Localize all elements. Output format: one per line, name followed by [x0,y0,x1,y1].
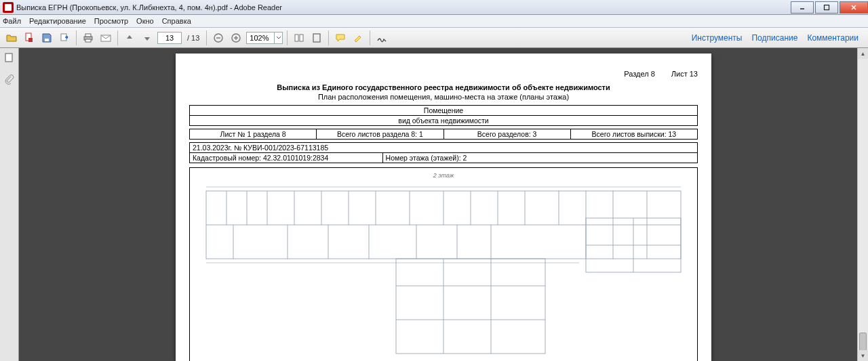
chevron-down-icon [274,33,282,43]
svg-rect-17 [300,35,303,41]
sign-tool-icon[interactable] [374,30,389,45]
svg-rect-9 [85,39,91,42]
menu-window[interactable]: Окно [136,17,154,25]
menu-file[interactable]: Файл [3,17,21,25]
left-sidebar [0,48,19,361]
zoom-out-icon[interactable] [211,30,226,45]
doc-section: Раздел 8 [624,70,655,78]
date-reg: 21.03.2023г. № КУВИ-001/2023-67113185 [190,143,698,153]
floor-plan-drawing [199,177,688,361]
doc-reg-table: 21.03.2023г. № КУВИ-001/2023-67113185 Ка… [189,142,698,163]
obj-kind: вид объекта недвижимости [190,116,698,126]
svg-rect-18 [313,34,320,42]
menubar: Файл Редактирование Просмотр Окно Справк… [0,15,868,28]
floor-number: Номер этажа (этажей): 2 [382,153,697,163]
svg-rect-16 [295,35,298,41]
page-up-icon[interactable] [122,30,137,45]
sheets-total: Всего листов выписки: 13 [570,129,697,140]
app-icon [3,2,14,13]
doc-subtitle: План расположения помещения, машино-мест… [189,93,698,101]
open-icon[interactable] [4,30,19,45]
zoom-select[interactable]: 102% [246,32,283,44]
doc-sheet: Лист 13 [671,70,698,78]
pdf-page: Раздел 8 Лист 13 Выписка из Единого госу… [176,54,711,361]
sheets-total-section: Всего листов раздела 8: 1 [317,129,443,140]
minimize-button[interactable] [791,1,814,14]
doc-title: Выписка из Единого государственного реес… [189,83,698,91]
highlight-icon[interactable] [351,30,366,45]
doc-meta-table: Лист № 1 раздела 8 Всего листов раздела … [189,129,698,140]
menu-edit[interactable]: Редактирование [29,17,86,25]
comment-icon[interactable] [333,30,348,45]
page-total-label: / 13 [187,34,199,42]
zoom-value: 102% [250,34,269,42]
save-icon[interactable] [39,30,54,45]
floor-plan-box: 2 этаж [189,167,698,361]
scroll-up-icon[interactable]: ▲ [858,48,868,59]
doc-header-table: Помещение вид объекта недвижимости [189,105,698,126]
sheet-of-section: Лист № 1 раздела 8 [190,129,317,140]
fit-page-icon[interactable] [309,30,324,45]
svg-rect-46 [396,259,545,354]
email-icon[interactable] [98,30,113,45]
close-button[interactable] [840,1,868,14]
panel-comments[interactable]: Комментарии [807,33,859,43]
export-icon[interactable] [57,30,72,45]
cadastral-number: Кадастровый номер: 42.32.0101019:2834 [190,153,383,163]
window-titlebar: Выписка ЕГРН (Прокопьевск, ул. К.Либкнех… [0,0,868,15]
read-mode-icon[interactable] [292,30,307,45]
attachment-icon[interactable] [3,74,16,86]
page-down-icon[interactable] [140,30,155,45]
zoom-in-icon[interactable] [229,30,243,45]
toolbar: / 13 102% Инструменты Подписание Коммент… [0,28,868,48]
svg-rect-1 [825,5,829,9]
scroll-down-icon[interactable]: ▼ [858,350,868,361]
print-icon[interactable] [81,30,96,45]
svg-rect-5 [45,39,49,41]
svg-rect-8 [85,34,91,37]
svg-rect-19 [5,54,12,62]
window-title: Выписка ЕГРН (Прокопьевск, ул. К.Либкнех… [16,3,282,12]
document-viewport[interactable]: Раздел 8 Лист 13 Выписка из Единого госу… [19,48,868,361]
create-pdf-icon[interactable] [22,30,37,45]
panel-sign[interactable]: Подписание [751,33,797,43]
sections-total: Всего разделов: 3 [443,129,570,140]
maximize-button[interactable] [815,1,838,14]
thumbnails-icon[interactable] [3,52,16,64]
obj-name: Помещение [190,106,698,116]
menu-view[interactable]: Просмотр [94,17,128,25]
vertical-scrollbar[interactable]: ▲ ▼ [857,48,868,361]
page-number-input[interactable] [157,32,182,44]
panel-tools[interactable]: Инструменты [692,33,743,43]
menu-help[interactable]: Справка [162,17,191,25]
